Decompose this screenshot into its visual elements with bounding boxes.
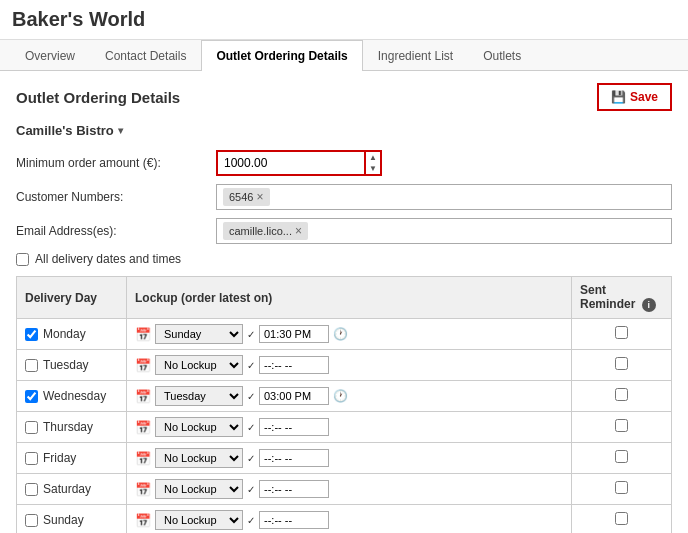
lockup-time-input-0[interactable] — [259, 325, 329, 343]
reminder-cell-4 — [572, 443, 672, 474]
day-checkbox-0[interactable] — [25, 328, 38, 341]
lockup-controls-3: 📅 No LockupMondayTuesdayWednesdayThursda… — [135, 417, 563, 437]
remove-email-tag-1[interactable]: × — [295, 224, 302, 238]
lockup-time-input-1[interactable] — [259, 356, 329, 374]
day-checkbox-3[interactable] — [25, 421, 38, 434]
lockup-day-select-4[interactable]: No LockupMondayTuesdayWednesdayThursdayF… — [155, 448, 243, 468]
lockup-day-select-3[interactable]: No LockupMondayTuesdayWednesdayThursdayF… — [155, 417, 243, 437]
tab-outlets[interactable]: Outlets — [468, 40, 536, 71]
day-cell-2: Wednesday — [17, 381, 127, 412]
day-label-0: Monday — [43, 327, 86, 341]
lockup-arrow-1: ✓ — [247, 360, 255, 371]
lockup-time-input-3[interactable] — [259, 418, 329, 436]
email-tags[interactable]: camille.lico... × — [216, 218, 672, 244]
table-row: Monday 📅 No LockupMondayTuesdayWednesday… — [17, 319, 672, 350]
table-row: Friday 📅 No LockupMondayTuesdayWednesday… — [17, 443, 672, 474]
lockup-cell-1: 📅 No LockupMondayTuesdayWednesdayThursda… — [127, 350, 572, 381]
customer-numbers-label: Customer Numbers: — [16, 190, 216, 204]
reminder-cell-5 — [572, 474, 672, 505]
section-title: Outlet Ordering Details — [16, 89, 180, 106]
outlet-selector[interactable]: Camille's Bistro ▾ — [16, 123, 672, 138]
remove-tag-6546[interactable]: × — [256, 190, 263, 204]
save-button[interactable]: 💾 Save — [597, 83, 672, 111]
reminder-checkbox-0[interactable] — [615, 326, 628, 339]
lockup-arrow-6: ✓ — [247, 515, 255, 526]
customer-tag-6546: 6546 × — [223, 188, 270, 206]
reminder-checkbox-1[interactable] — [615, 357, 628, 370]
save-icon: 💾 — [611, 90, 626, 104]
lockup-controls-2: 📅 No LockupMondayTuesdayWednesdayThursda… — [135, 386, 563, 406]
tab-contact-details[interactable]: Contact Details — [90, 40, 201, 71]
calendar-icon-5: 📅 — [135, 482, 151, 497]
tab-outlet-ordering-details[interactable]: Outlet Ordering Details — [201, 40, 362, 71]
table-row: Sunday 📅 No LockupMondayTuesdayWednesday… — [17, 505, 672, 534]
all-delivery-row: All delivery dates and times — [16, 252, 672, 266]
table-row: Tuesday 📅 No LockupMondayTuesdayWednesda… — [17, 350, 672, 381]
lockup-arrow-5: ✓ — [247, 484, 255, 495]
table-row: Thursday 📅 No LockupMondayTuesdayWednesd… — [17, 412, 672, 443]
lockup-cell-3: 📅 No LockupMondayTuesdayWednesdayThursda… — [127, 412, 572, 443]
col-lockup: Lockup (order latest on) — [127, 277, 572, 319]
lockup-day-select-0[interactable]: No LockupMondayTuesdayWednesdayThursdayF… — [155, 324, 243, 344]
lockup-arrow-4: ✓ — [247, 453, 255, 464]
min-order-label: Minimum order amount (€): — [16, 156, 216, 170]
outlet-name: Camille's Bistro — [16, 123, 114, 138]
day-checkbox-1[interactable] — [25, 359, 38, 372]
day-label-1: Tuesday — [43, 358, 89, 372]
col-delivery-day: Delivery Day — [17, 277, 127, 319]
lockup-time-input-6[interactable] — [259, 511, 329, 529]
day-label-5: Saturday — [43, 482, 91, 496]
app-title: Baker's World — [12, 8, 145, 30]
lockup-cell-0: 📅 No LockupMondayTuesdayWednesdayThursda… — [127, 319, 572, 350]
lockup-time-input-2[interactable] — [259, 387, 329, 405]
lockup-day-select-2[interactable]: No LockupMondayTuesdayWednesdayThursdayF… — [155, 386, 243, 406]
tab-overview[interactable]: Overview — [10, 40, 90, 71]
reminder-cell-2 — [572, 381, 672, 412]
email-tag-1: camille.lico... × — [223, 222, 308, 240]
app-container: Baker's World Overview Contact Details O… — [0, 0, 688, 533]
lockup-cell-2: 📅 No LockupMondayTuesdayWednesdayThursda… — [127, 381, 572, 412]
reminder-info-icon[interactable]: i — [642, 298, 656, 312]
lockup-day-select-5[interactable]: No LockupMondayTuesdayWednesdayThursdayF… — [155, 479, 243, 499]
min-order-input[interactable] — [216, 150, 366, 176]
all-delivery-label: All delivery dates and times — [35, 252, 181, 266]
day-checkbox-5[interactable] — [25, 483, 38, 496]
lockup-time-input-4[interactable] — [259, 449, 329, 467]
day-checkbox-4[interactable] — [25, 452, 38, 465]
reminder-checkbox-6[interactable] — [615, 512, 628, 525]
day-cell-0: Monday — [17, 319, 127, 350]
lockup-time-input-5[interactable] — [259, 480, 329, 498]
calendar-icon-3: 📅 — [135, 420, 151, 435]
day-checkbox-6[interactable] — [25, 514, 38, 527]
customer-numbers-row: Customer Numbers: 6546 × — [16, 184, 672, 210]
email-label: Email Address(es): — [16, 224, 216, 238]
day-label-3: Thursday — [43, 420, 93, 434]
section-header: Outlet Ordering Details 💾 Save — [16, 83, 672, 111]
table-row: Wednesday 📅 No LockupMondayTuesdayWednes… — [17, 381, 672, 412]
day-cell-5: Saturday — [17, 474, 127, 505]
reminder-cell-3 — [572, 412, 672, 443]
min-order-spinner[interactable]: ▲ ▼ — [366, 150, 382, 176]
lockup-controls-0: 📅 No LockupMondayTuesdayWednesdayThursda… — [135, 324, 563, 344]
reminder-checkbox-5[interactable] — [615, 481, 628, 494]
day-label-4: Friday — [43, 451, 76, 465]
calendar-icon-6: 📅 — [135, 513, 151, 528]
lockup-arrow-3: ✓ — [247, 422, 255, 433]
min-order-row: Minimum order amount (€): ▲ ▼ — [16, 150, 672, 176]
day-cell-4: Friday — [17, 443, 127, 474]
all-delivery-checkbox[interactable] — [16, 253, 29, 266]
outlet-dropdown-arrow: ▾ — [118, 125, 123, 136]
col-reminder: Sent Reminder i — [572, 277, 672, 319]
lockup-day-select-6[interactable]: No LockupMondayTuesdayWednesdayThursdayF… — [155, 510, 243, 530]
email-input: camille.lico... × — [216, 218, 672, 244]
reminder-checkbox-2[interactable] — [615, 388, 628, 401]
day-cell-3: Thursday — [17, 412, 127, 443]
day-label-6: Sunday — [43, 513, 84, 527]
reminder-checkbox-3[interactable] — [615, 419, 628, 432]
tab-ingredient-list[interactable]: Ingredient List — [363, 40, 468, 71]
customer-numbers-tags[interactable]: 6546 × — [216, 184, 672, 210]
reminder-checkbox-4[interactable] — [615, 450, 628, 463]
lockup-day-select-1[interactable]: No LockupMondayTuesdayWednesdayThursdayF… — [155, 355, 243, 375]
clock-icon-0: 🕐 — [333, 327, 348, 341]
day-checkbox-2[interactable] — [25, 390, 38, 403]
